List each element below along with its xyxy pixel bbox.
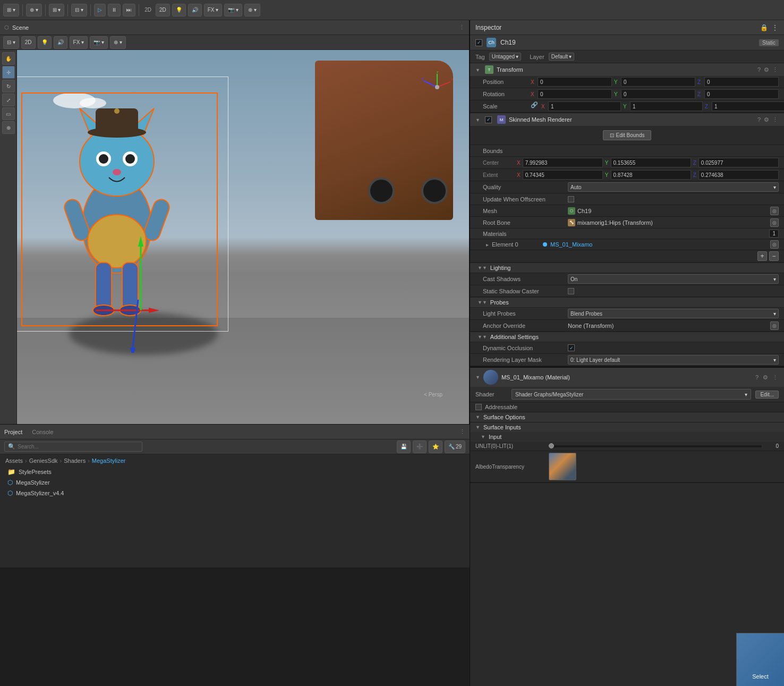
material-settings-btn[interactable]: ⚙ [762, 374, 769, 382]
breadcrumb-shaders[interactable]: Shaders [64, 458, 86, 464]
assets-favorite-btn[interactable]: ⭐ [429, 441, 442, 453]
smr-more-btn[interactable]: ⋮ [772, 116, 779, 124]
toolbar-play-btn[interactable]: ▷ [94, 4, 106, 16]
toolbar-2d-btn[interactable]: 2D [156, 4, 170, 16]
toolbar-transform-btn[interactable]: ⊞ ▾ [3, 4, 19, 16]
toolbar-step-btn[interactable]: ⏭ [123, 4, 135, 16]
toolbar-snap-btn[interactable]: ⊟ ▾ [71, 4, 87, 16]
tool-scale[interactable]: ⤢ [2, 94, 15, 106]
unlit-slider-track[interactable] [549, 445, 762, 447]
addressable-checkbox[interactable] [475, 404, 482, 410]
scale-x-input[interactable] [548, 101, 621, 111]
transform-more-btn[interactable]: ⋮ [772, 66, 779, 74]
scene-2d-btn[interactable]: 2D [21, 36, 36, 49]
tool-rect[interactable]: ▭ [2, 107, 15, 120]
scene-cam2-btn[interactable]: 📷 ▾ [90, 36, 108, 49]
toolbar-light-btn[interactable]: 💡 [172, 4, 186, 16]
rendering-layer-dropdown[interactable]: 0: Light Layer default ▾ [568, 355, 779, 365]
breadcrumb-genies[interactable]: GeniesSdk [29, 458, 58, 464]
transform-header[interactable]: T Transform ? ⚙ ⋮ [470, 63, 784, 76]
rotation-y-input[interactable] [621, 89, 695, 99]
toolbar-cam-btn[interactable]: 📷 ▾ [224, 4, 242, 16]
center-y-input[interactable] [611, 158, 691, 167]
center-x-input[interactable] [523, 158, 603, 167]
object-enabled-checkbox[interactable] [475, 39, 482, 46]
scale-y-input[interactable] [630, 101, 703, 111]
smr-help-btn[interactable]: ? [757, 116, 761, 123]
center-z-input[interactable] [698, 158, 779, 167]
edit-bounds-btn[interactable]: ⊡ Edit Bounds [603, 130, 652, 140]
smr-header[interactable]: M Skinned Mesh Renderer ? ⚙ ⋮ [470, 113, 784, 126]
transform-settings-btn[interactable]: ⚙ [763, 66, 770, 74]
rotation-z-input[interactable] [704, 89, 779, 99]
breadcrumb-megastylizer[interactable]: MegaStylizer [92, 458, 126, 464]
root-bone-target-btn[interactable]: ◎ [770, 218, 779, 227]
static-shadow-checkbox[interactable] [568, 288, 574, 294]
assets-filter-btn[interactable]: 🔧 29 [445, 441, 465, 453]
toolbar-fx-btn[interactable]: FX ▾ [204, 4, 223, 16]
assets-create-btn[interactable]: ➕ [413, 441, 427, 453]
toolbar-gizmo-btn[interactable]: ⊕ ▾ [244, 4, 260, 16]
scene-viewport[interactable]: X Y Z < Persp ✋ ✛ [0, 50, 469, 424]
list-item-megastylizer-v44[interactable]: ⬡ MegaStylizer_v4.4 [5, 488, 464, 498]
add-material-btn[interactable]: + [757, 251, 767, 261]
tool-rotate[interactable]: ↻ [2, 80, 15, 92]
anchor-override-target-btn[interactable]: ◎ [770, 321, 779, 330]
remove-material-btn[interactable]: − [769, 251, 779, 261]
scale-link-icon[interactable]: 🔗 [531, 101, 538, 111]
toolbar-pause-btn[interactable]: ⏸ [108, 4, 121, 16]
lock-icon[interactable]: 🔒 [760, 24, 768, 31]
inspector-more-icon[interactable]: ⋮ [771, 23, 779, 32]
shader-dropdown[interactable]: Shader Graphs/MegaStylizer ▾ [512, 389, 751, 400]
unlit-slider-thumb[interactable] [549, 443, 554, 448]
toolbar-grid-btn[interactable]: ⊞ ▾ [49, 4, 65, 16]
toolbar-audio-btn[interactable]: 🔊 [188, 4, 202, 16]
list-item-megastylizer[interactable]: ⬡ MegaStylizer [5, 478, 464, 487]
update-offscreen-checkbox[interactable] [568, 196, 574, 202]
scene-light-btn[interactable]: 💡 [38, 36, 52, 49]
scene-gizmo2-btn[interactable]: ⊕ ▾ [110, 36, 126, 49]
assets-save-btn[interactable]: 💾 [397, 441, 411, 453]
scene-audio-btn[interactable]: 🔊 [54, 36, 67, 49]
extent-y-input[interactable] [611, 170, 691, 180]
cast-shadows-dropdown[interactable]: On ▾ [568, 274, 779, 284]
tool-move[interactable]: ✛ [2, 66, 15, 79]
scale-z-input[interactable] [712, 101, 784, 111]
position-x-input[interactable] [538, 77, 612, 87]
tag-dropdown[interactable]: Untagged ▾ [489, 53, 521, 61]
search-input[interactable] [18, 444, 139, 450]
assets-more-btn[interactable]: ⋮ [459, 428, 465, 435]
light-probes-dropdown[interactable]: Blend Probes ▾ [568, 309, 779, 318]
position-y-input[interactable] [621, 77, 695, 87]
surface-inputs-header[interactable]: ▼ Surface Inputs [470, 422, 784, 432]
select-button[interactable]: Select [736, 633, 784, 686]
search-bar[interactable]: 🔍 [4, 442, 142, 452]
dynamic-occlusion-checkbox[interactable]: ✓ [568, 344, 575, 351]
additional-settings-subsection[interactable]: ▼ Additional Settings [470, 332, 784, 342]
tool-transform[interactable]: ⊕ [2, 121, 15, 134]
smr-settings-btn[interactable]: ⚙ [763, 116, 770, 124]
breadcrumb-assets[interactable]: Assets [5, 458, 23, 464]
extent-z-input[interactable] [698, 170, 779, 180]
toolbar-pivot-btn[interactable]: ⊕ ▾ [26, 4, 42, 16]
lighting-subsection[interactable]: ▼ Lighting [470, 262, 784, 273]
input-subsection-header[interactable]: ▼ Input [470, 432, 784, 442]
quality-dropdown[interactable]: Auto ▾ [568, 182, 779, 192]
scene-shading-btn[interactable]: ⊟ ▾ [3, 36, 19, 49]
element-0-target-btn[interactable]: ◎ [770, 240, 779, 249]
tool-hand[interactable]: ✋ [2, 52, 15, 65]
material-more-btn[interactable]: ⋮ [772, 374, 779, 382]
surface-options-header[interactable]: ▼ Surface Options [470, 412, 784, 422]
list-item-stylepresets[interactable]: 📁 StylePresets [5, 467, 464, 477]
position-z-input[interactable] [704, 77, 779, 87]
scene-more-btn[interactable]: ⋮ [459, 24, 465, 31]
layer-dropdown[interactable]: Default ▾ [549, 53, 575, 61]
material-help-btn[interactable]: ? [755, 374, 759, 381]
smr-enabled-checkbox[interactable] [485, 116, 492, 123]
albedo-thumbnail[interactable] [549, 453, 576, 480]
mesh-target-btn[interactable]: ◎ [770, 207, 779, 215]
shader-edit-btn[interactable]: Edit... [755, 391, 779, 399]
extent-x-input[interactable] [523, 170, 603, 180]
probes-subsection[interactable]: ▼ Probes [470, 297, 784, 308]
transform-help-btn[interactable]: ? [757, 66, 761, 73]
